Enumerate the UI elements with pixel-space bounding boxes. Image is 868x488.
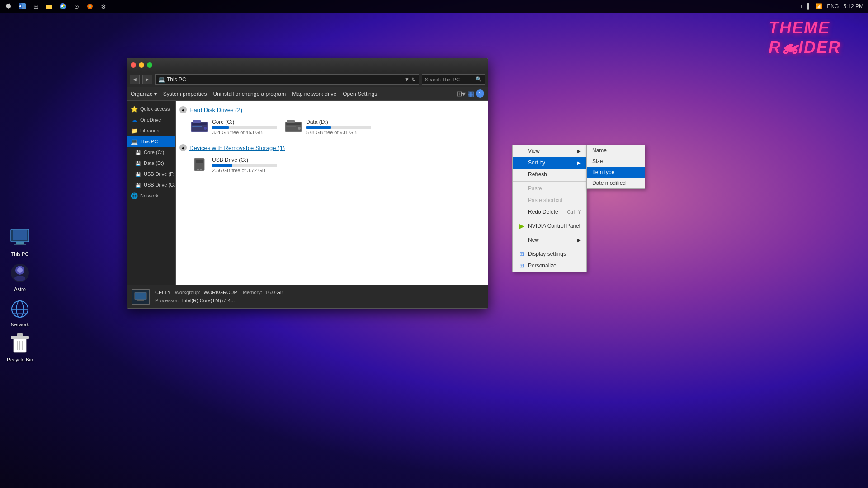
svg-rect-44 xyxy=(135,292,146,300)
hard-disk-header: ● Hard Disk Drives (2) xyxy=(179,106,484,113)
toolbar-system-properties[interactable]: System properties xyxy=(163,91,207,97)
svg-rect-46 xyxy=(137,300,144,301)
hard-disk-title[interactable]: Hard Disk Drives (2) xyxy=(189,107,242,113)
removable-section-icon: ● xyxy=(179,144,187,151)
view-large-btn[interactable]: ▦ xyxy=(467,89,474,98)
ctx-view[interactable]: View ▶ xyxy=(513,145,586,157)
sidebar-item-core-c[interactable]: 💾 Core (C:) xyxy=(127,147,175,158)
svg-point-17 xyxy=(14,276,25,281)
sort-item-type[interactable]: Item type xyxy=(587,167,645,178)
recycle-bin-label: Recycle Bin xyxy=(7,357,33,362)
chrome-icon[interactable] xyxy=(59,2,67,10)
address-dropdown[interactable]: ▼ xyxy=(404,76,410,83)
address-pc-icon: 💻 xyxy=(158,76,165,83)
core-c-bar-container xyxy=(212,126,277,129)
toolbar: Organize ▾ System properties Uninstall o… xyxy=(127,87,488,101)
svg-rect-37 xyxy=(286,123,301,125)
toolbar-organize[interactable]: Organize ▾ xyxy=(131,91,157,97)
taskbar-lang: ENG xyxy=(827,3,839,9)
sidebar-item-this-pc[interactable]: 💻 This PC xyxy=(127,136,175,147)
ctx-view-arrow: ▶ xyxy=(577,149,581,154)
help-btn[interactable]: ? xyxy=(476,89,484,98)
network-desktop-label: Network xyxy=(11,322,29,327)
ctx-redo-shortcut: Ctrl+Y xyxy=(567,209,581,215)
finder-icon[interactable] xyxy=(18,2,26,10)
tracking-icon[interactable]: ⊙ xyxy=(72,2,80,10)
ctx-redo-delete[interactable]: Redo Delete Ctrl+Y xyxy=(513,206,586,218)
address-refresh[interactable]: ↻ xyxy=(411,76,416,83)
usb-g-bar-container xyxy=(212,164,277,167)
quick-access-label: Quick access xyxy=(140,106,170,112)
ctx-nvidia[interactable]: ▶ NVIDIA Control Panel xyxy=(513,220,586,232)
forward-button[interactable]: ▶ xyxy=(142,75,152,84)
ctx-refresh[interactable]: Refresh xyxy=(513,169,586,180)
sort-date-modified[interactable]: Date modified xyxy=(587,178,645,188)
desktop-icon-astro[interactable]: Astro xyxy=(2,261,38,292)
ctx-refresh-icon xyxy=(518,171,525,178)
removable-title[interactable]: Devices with Removable Storage (1) xyxy=(189,145,285,151)
apple-icon[interactable] xyxy=(5,2,13,10)
ctx-sep-2 xyxy=(513,219,586,219)
ctx-nvidia-icon: ▶ xyxy=(518,222,525,230)
toolbar-uninstall[interactable]: Uninstall or change a program xyxy=(213,91,286,97)
drive-core-c[interactable]: Core (C:) 334 GB free of 453 GB xyxy=(189,117,279,137)
data-d-drive-icon xyxy=(284,119,302,135)
taskbar-wifi: 📶 xyxy=(816,3,822,9)
files-icon[interactable] xyxy=(45,2,53,10)
back-button[interactable]: ◀ xyxy=(130,75,140,84)
sidebar-item-usb-g[interactable]: 💾 USB Drive (G:) xyxy=(127,179,175,190)
search-placeholder: Search This PC xyxy=(425,77,460,82)
sidebar-item-quick-access[interactable]: ⭐ Quick access xyxy=(127,103,175,114)
recycle-bin-icon xyxy=(8,332,32,355)
this-pc-sidebar-label: This PC xyxy=(140,139,158,144)
ctx-display-settings[interactable]: ⊞ Display settings xyxy=(513,248,586,260)
data-d-info: Data (D:) 578 GB free of 931 GB xyxy=(306,119,371,135)
taskbar: ⊞ ⊙ ⚙ + ▌ 📶 ENG 5:12 PM xyxy=(0,0,868,13)
drive-data-d[interactable]: Data (D:) 578 GB free of 931 GB xyxy=(283,117,373,137)
view-controls: ⊞▾ ▦ ? xyxy=(456,89,484,98)
address-bar: ◀ ▶ 💻 This PC ▼ ↻ Search This PC 🔍 xyxy=(127,72,488,87)
address-path[interactable]: 💻 This PC ▼ ↻ xyxy=(155,74,419,85)
core-c-name: Core (C:) xyxy=(212,119,277,125)
search-box[interactable]: Search This PC 🔍 xyxy=(422,74,485,85)
ctx-personalize[interactable]: ⊞ Personalize xyxy=(513,260,586,272)
usb-g-bar xyxy=(212,164,232,167)
desktop-icon-network[interactable]: Network xyxy=(2,296,38,327)
sort-name[interactable]: Name xyxy=(587,145,645,156)
close-button[interactable] xyxy=(131,62,136,68)
sidebar-item-data-d[interactable]: 💾 Data (D:) xyxy=(127,158,175,169)
ctx-sep-4 xyxy=(513,247,586,247)
explorer-body: ⭐ Quick access ☁ OneDrive 📁 Libraries 💻 … xyxy=(127,101,488,285)
desktop-icon-recycle-bin[interactable]: Recycle Bin xyxy=(2,332,38,362)
ctx-personalize-icon: ⊞ xyxy=(518,262,525,269)
network-sidebar-label: Network xyxy=(140,193,158,198)
toolbar-open-settings[interactable]: Open Settings xyxy=(343,91,377,97)
ctx-new-label: New xyxy=(528,237,539,243)
search-icon: 🔍 xyxy=(476,76,482,82)
minimize-button[interactable] xyxy=(139,62,144,68)
drive-usb-g[interactable]: USB Drive (G:) 2.56 GB free of 3.72 GB xyxy=(189,155,279,175)
view-tiles-btn[interactable]: ⊞▾ xyxy=(456,89,466,98)
astro-label: Astro xyxy=(14,286,26,292)
system-icon[interactable]: ⚙ xyxy=(99,2,108,10)
sidebar-item-onedrive[interactable]: ☁ OneDrive xyxy=(127,114,175,125)
ctx-new[interactable]: New ▶ xyxy=(513,234,586,246)
desktop-icon-this-pc[interactable]: This PC xyxy=(2,226,38,257)
data-d-icon: 💾 xyxy=(134,160,142,167)
sidebar-item-usb-f[interactable]: 💾 USB Drive (F:) xyxy=(127,169,175,179)
ctx-paste-icon xyxy=(518,185,525,192)
sort-size[interactable]: Size xyxy=(587,156,645,167)
sidebar-item-network[interactable]: 🌐 Network xyxy=(127,190,175,201)
toolbar-map-network[interactable]: Map network drive xyxy=(292,91,336,97)
svg-point-18 xyxy=(17,267,23,273)
ctx-sort-icon xyxy=(518,159,525,166)
mission-control-icon[interactable]: ⊞ xyxy=(32,2,40,10)
ctx-paste-shortcut-icon xyxy=(518,197,525,204)
ctx-sort-by[interactable]: Sort by ▶ xyxy=(513,157,586,169)
libraries-icon: 📁 xyxy=(131,127,138,134)
taskbar-left: ⊞ ⊙ ⚙ xyxy=(5,2,108,10)
usb-f-icon: 💾 xyxy=(134,170,142,178)
maximize-button[interactable] xyxy=(147,62,152,68)
firefox-icon[interactable] xyxy=(86,2,94,10)
sidebar-item-libraries[interactable]: 📁 Libraries xyxy=(127,125,175,136)
